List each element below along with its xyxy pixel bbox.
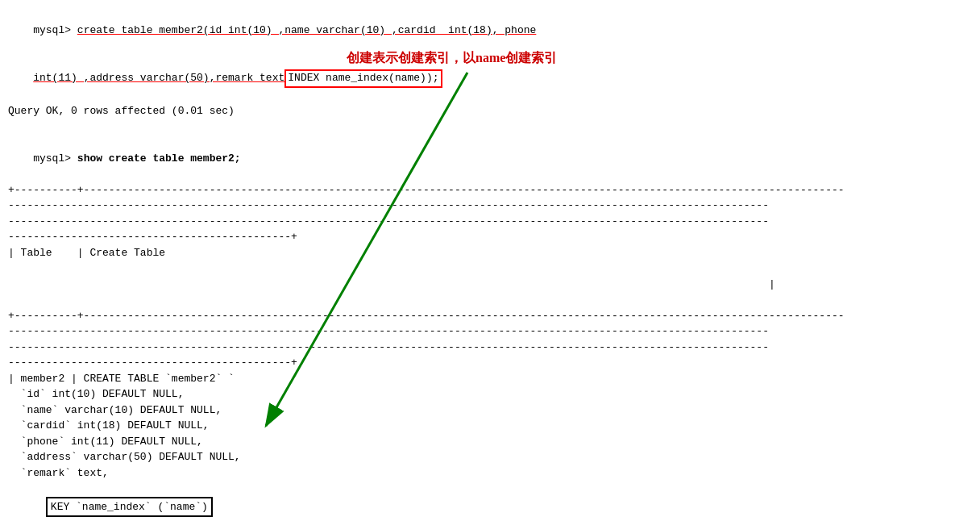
sep-8: ----------------------------------------… (8, 355, 972, 371)
sep-1: +----------+----------------------------… (8, 182, 972, 198)
line-blank-1 (8, 119, 972, 136)
table-header: | Table | Create Table (8, 245, 972, 261)
data-name: `name` varchar(10) DEFAULT NULL, (8, 402, 972, 419)
sep-2: ----------------------------------------… (8, 198, 972, 214)
data-key: KEY `name_index` (`name`) (8, 481, 972, 517)
cmd-1: create table member2(id int(10) ,name va… (77, 24, 537, 36)
line-blank-2 (8, 261, 972, 277)
sep-6: ----------------------------------------… (8, 323, 972, 340)
line-3: Query OK, 0 rows affected (0.01 sec) (8, 103, 972, 119)
line-5: mysql> show create table member2; (8, 135, 972, 182)
sep-7: ----------------------------------------… (8, 340, 972, 356)
prompt-1: mysql> (33, 24, 77, 36)
annotation-text: 创建表示创建索引，以name创建索引 (347, 48, 557, 68)
key-prefix (33, 501, 46, 513)
data-remark: `remark` text, (8, 465, 972, 482)
cmd-2a: int(11) ,address varchar(50),remark text (33, 72, 284, 84)
sep-3: ----------------------------------------… (8, 214, 972, 230)
line-blank-3 (8, 292, 972, 308)
data-phone: `phone` int(11) DEFAULT NULL, (8, 434, 972, 450)
data-address: `address` varchar(50) DEFAULT NULL, (8, 449, 972, 465)
line-cursor: | (8, 277, 972, 293)
data-id: `id` int(10) DEFAULT NULL, (8, 386, 972, 402)
cmd-2b-boxed: INDEX name_index(name)); (284, 69, 442, 88)
data-cardid: `cardid` int(18) DEFAULT NULL, (8, 418, 972, 434)
key-value: KEY `name_index` (`name`) (46, 497, 213, 517)
prompt-5: mysql> (33, 152, 77, 165)
cmd-5: show create table member2; (77, 152, 241, 165)
data-member2: | member2 | CREATE TABLE `member2` ` (8, 371, 972, 387)
line-1: mysql> create table member2(id int(10) ,… (8, 6, 972, 54)
sep-4: ----------------------------------------… (8, 229, 972, 245)
terminal-window: mysql> create table member2(id int(10) ,… (0, 0, 980, 517)
sep-5: +----------+----------------------------… (8, 308, 972, 324)
